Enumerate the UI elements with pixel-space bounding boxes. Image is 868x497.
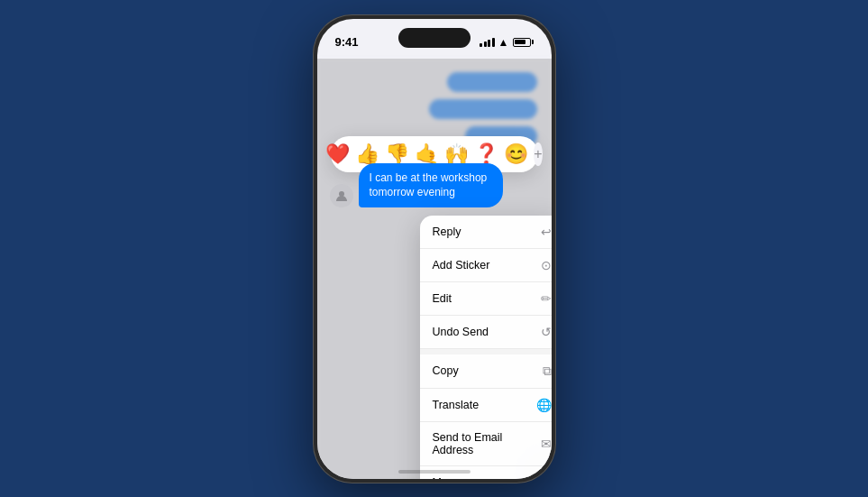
phone-screen: 9:41 ▲ ❤️ xyxy=(317,19,552,479)
more-icon: ⊕ xyxy=(541,475,552,479)
status-icons: ▲ xyxy=(480,36,533,49)
message-text: I can be at the workshop tomorrow evenin… xyxy=(370,171,488,199)
signal-icon xyxy=(480,38,495,47)
undo-icon: ↺ xyxy=(541,325,552,339)
context-menu: Reply ↩ Add Sticker ⊙ Edit ✏ Undo Send ↺… xyxy=(420,216,552,479)
menu-item-copy[interactable]: Copy ⧉ xyxy=(420,354,552,389)
menu-item-edit[interactable]: Edit ✏ xyxy=(420,282,552,316)
email-icon: ✉ xyxy=(541,437,552,451)
sticker-icon: ⊙ xyxy=(541,258,552,272)
wifi-icon: ▲ xyxy=(498,36,509,49)
reply-icon: ↩ xyxy=(541,225,552,239)
copy-icon: ⧉ xyxy=(543,364,552,379)
menu-item-translate[interactable]: Translate 🌐 xyxy=(420,389,552,422)
home-indicator xyxy=(398,470,471,474)
menu-item-add-sticker[interactable]: Add Sticker ⊙ xyxy=(420,249,552,282)
menu-item-undo-send[interactable]: Undo Send ↺ xyxy=(420,316,552,349)
translate-icon: 🌐 xyxy=(536,398,552,412)
message-area: I can be at the workshop tomorrow evenin… xyxy=(330,163,539,208)
battery-icon xyxy=(513,38,534,47)
menu-item-send-email[interactable]: Send to Email Address ✉ xyxy=(420,422,552,466)
status-time: 9:41 xyxy=(335,35,359,49)
menu-item-reply[interactable]: Reply ↩ xyxy=(420,216,552,249)
avatar xyxy=(330,184,353,207)
phone-frame: 9:41 ▲ ❤️ xyxy=(313,14,556,483)
dynamic-island xyxy=(398,28,471,48)
message-bubble: I can be at the workshop tomorrow evenin… xyxy=(359,163,503,208)
edit-icon: ✏ xyxy=(541,291,552,306)
